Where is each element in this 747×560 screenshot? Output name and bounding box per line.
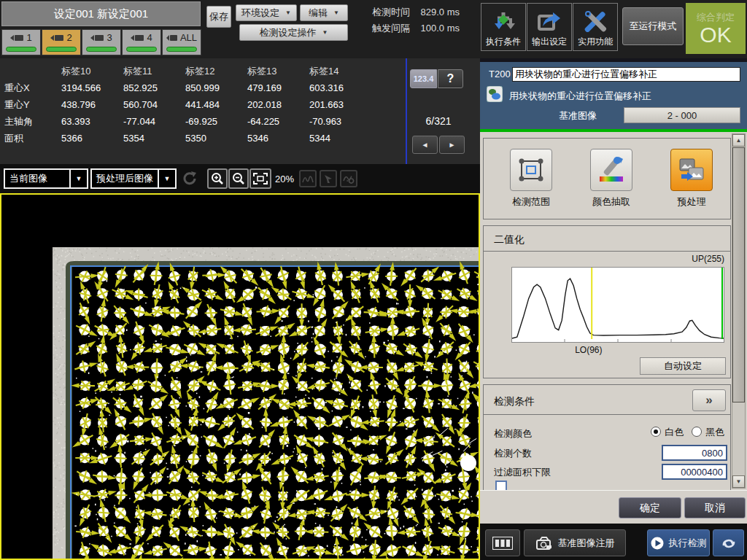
refresh-icon[interactable] [181,170,198,190]
scroll-down-icon[interactable]: ▼ [732,475,745,488]
edit-menu[interactable]: 编辑▼ [300,4,348,21]
image-source-select[interactable]: 当前图像 ▼ [4,168,88,189]
divider [484,414,730,415]
cell: 3194.566 [61,82,123,93]
camera-icon [166,34,178,42]
detect-color-options: 白色 黑色 [651,426,724,439]
upper-threshold-label: UP(255) [692,254,724,264]
table-row: 重心Y 438.796 560.704 441.484 202.018 201.… [4,96,371,113]
next-page-button[interactable]: ► [439,136,465,154]
cancel-button[interactable]: 取消 [684,497,746,518]
setting-title: 设定001 新设定001 [1,1,201,26]
exec-condition-button[interactable]: 执行条件 [481,3,526,51]
ref-image-label: 基准图像 [559,109,597,122]
tab-1[interactable]: 1 [1,29,41,55]
divider [484,251,730,252]
radio-black[interactable] [692,427,702,437]
cell: 438.796 [61,99,123,110]
column-header: 标签10 [61,65,123,78]
scroll-up-icon[interactable]: ▲ [732,134,745,147]
detect-range-button[interactable] [510,149,552,191]
chevron-down-icon: ▼ [158,170,175,187]
tab-3[interactable]: 3 [82,29,121,55]
camera-icon [50,34,64,42]
image-stage-select[interactable]: 预处理后图像 ▼ [90,168,177,189]
inspection-image[interactable] [1,195,479,559]
overall-judgement: 综合判定 OK [686,3,746,54]
status-bar-green [126,47,157,52]
loop-arrows-icon [721,536,737,551]
histogram-curve [512,268,724,342]
detect-count-input[interactable] [662,445,727,461]
eyedropper-icon [597,156,626,184]
preprocess-label: 预处理 [648,195,735,209]
detect-setting-ops-menu[interactable]: 检测设定操作▼ [239,24,348,41]
to-run-mode-button[interactable]: 至运行模式 [622,7,684,45]
column-header: 标签11 [123,65,185,78]
tab-2[interactable]: 2 [42,29,81,55]
detect-count-label: 检测个数 [494,447,532,460]
display-settings-button[interactable] [340,170,357,187]
cell: 63.393 [61,116,123,127]
fit-view-button[interactable] [249,168,271,189]
environment-menu[interactable]: 环境设定▼ [236,4,297,21]
ref-image-register-button[interactable]: 基准图像注册 [524,529,626,556]
unit-type-icon [487,86,503,102]
cell: 852.925 [123,82,185,93]
numeric-display-toggle[interactable]: 123.4 [410,69,437,88]
run-detect-button[interactable]: 执行检测 [647,529,710,556]
help-button[interactable]: ? [438,69,463,88]
cell: 850.999 [185,82,247,93]
output-setting-button[interactable]: 输出设定 [527,3,572,51]
status-bar-green [46,47,77,52]
position-list-button[interactable] [320,170,337,187]
cell: 441.484 [185,99,247,110]
histogram[interactable] [511,267,724,343]
top-bar: 设定001 新设定001 保存 环境设定▼ 编辑▼ 检测设定操作▼ 1 2 3 [0,0,747,58]
expand-button[interactable]: » [692,389,726,411]
filmstrip-button[interactable] [485,529,520,556]
cell: 5344 [309,133,371,144]
continuous-run-button[interactable] [713,529,744,556]
panel-scrollbar[interactable]: ▲ ▼ [732,133,746,489]
save-button[interactable]: 保存 [206,6,231,28]
color-extract-label: 颜色抽取 [568,195,655,209]
tab-4[interactable]: 4 [122,29,161,55]
prev-page-button[interactable]: ◄ [412,136,438,154]
table-row: 主轴角 63.393 -77.044 -69.925 -64.225 -70.9… [4,113,371,130]
filter-area-input[interactable] [662,464,727,480]
utility-button[interactable]: 实用功能 [573,3,618,51]
branch-arrows-icon [491,10,516,32]
confirm-strip: 确定 取消 [480,490,747,524]
camera-icon [131,34,144,42]
trigger-interval: 触发间隔 100.0 ms [372,22,460,35]
color-extract-button[interactable] [590,149,632,191]
binarize-title: 二值化 [494,233,525,246]
camera-icon [90,34,104,42]
auto-set-button[interactable]: 自动设定 [640,357,726,375]
unit-title-input[interactable] [512,67,740,82]
detect-range-label: 检测范围 [487,195,575,209]
status-bar-green [166,47,197,52]
zoom-level: 20% [275,174,294,184]
unit-id: T200 [489,69,511,79]
ref-image-select[interactable]: 2 - 000 [624,107,740,123]
chevron-down-icon: ▼ [285,9,291,16]
region-icon [516,157,546,183]
divider [406,58,407,164]
judgement-value: OK [700,24,731,46]
scrollbar-thumb[interactable] [732,147,745,402]
table-row: 重心X 3194.566 852.925 850.999 479.169 603… [4,79,371,96]
zoom-out-button[interactable] [228,168,249,189]
ok-button[interactable]: 确定 [619,497,681,518]
chevron-down-icon: ▼ [69,170,87,187]
image-viewport[interactable] [0,193,480,560]
cell: 560.704 [123,99,185,110]
profile-display-button[interactable] [299,170,317,187]
zoom-in-button[interactable] [207,168,228,189]
tab-all[interactable]: ALL [162,29,201,55]
preprocess-button[interactable] [670,149,713,191]
chevron-down-icon: ▼ [333,9,339,16]
radio-white[interactable] [651,427,661,437]
cell: 5346 [247,133,309,144]
